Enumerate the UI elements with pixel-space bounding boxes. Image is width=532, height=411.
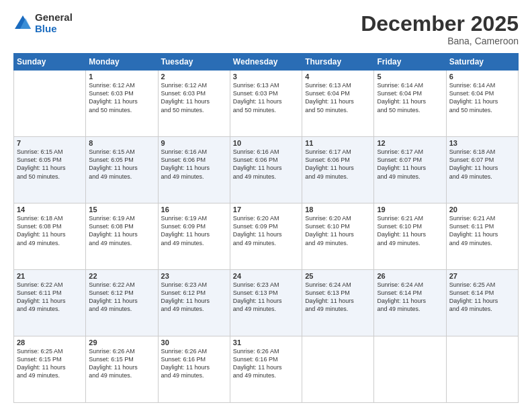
day-number: 25 bbox=[305, 272, 371, 280]
logo-general: General bbox=[35, 12, 73, 24]
day-number: 3 bbox=[233, 73, 299, 81]
cell-info: Sunrise: 6:22 AM Sunset: 6:12 PM Dayligh… bbox=[89, 281, 154, 314]
table-row: 25Sunrise: 6:24 AM Sunset: 6:13 PM Dayli… bbox=[302, 270, 374, 336]
table-row: 30Sunrise: 6:26 AM Sunset: 6:16 PM Dayli… bbox=[158, 336, 230, 403]
table-row: 19Sunrise: 6:21 AM Sunset: 6:10 PM Dayli… bbox=[374, 203, 446, 270]
day-number: 20 bbox=[449, 205, 515, 214]
day-number: 18 bbox=[305, 205, 371, 214]
table-row bbox=[374, 336, 446, 403]
table-row: 10Sunrise: 6:16 AM Sunset: 6:06 PM Dayli… bbox=[230, 137, 302, 203]
table-row: 23Sunrise: 6:23 AM Sunset: 6:12 PM Dayli… bbox=[158, 270, 230, 336]
calendar-week-row: 28Sunrise: 6:25 AM Sunset: 6:15 PM Dayli… bbox=[14, 336, 519, 403]
table-row: 24Sunrise: 6:23 AM Sunset: 6:13 PM Dayli… bbox=[230, 270, 302, 336]
day-number: 9 bbox=[161, 139, 227, 147]
day-number: 7 bbox=[17, 139, 83, 147]
header: General Blue December 2025 Bana, Cameroo… bbox=[13, 12, 519, 46]
col-tuesday: Tuesday bbox=[158, 54, 230, 71]
cell-info: Sunrise: 6:25 AM Sunset: 6:14 PM Dayligh… bbox=[449, 281, 515, 314]
day-number: 23 bbox=[161, 272, 227, 280]
location: Bana, Cameroon bbox=[361, 36, 519, 46]
day-number: 1 bbox=[89, 73, 154, 81]
logo: General Blue bbox=[13, 12, 73, 34]
table-row: 1Sunrise: 6:12 AM Sunset: 6:03 PM Daylig… bbox=[86, 71, 158, 137]
calendar-header-row: Sunday Monday Tuesday Wednesday Thursday… bbox=[14, 54, 519, 71]
day-number: 28 bbox=[17, 338, 83, 347]
day-number: 11 bbox=[305, 139, 371, 147]
cell-info: Sunrise: 6:19 AM Sunset: 6:08 PM Dayligh… bbox=[89, 214, 154, 247]
table-row: 4Sunrise: 6:13 AM Sunset: 6:04 PM Daylig… bbox=[302, 71, 374, 137]
col-thursday: Thursday bbox=[302, 54, 374, 71]
day-number: 5 bbox=[377, 73, 443, 81]
cell-info: Sunrise: 6:24 AM Sunset: 6:13 PM Dayligh… bbox=[305, 281, 371, 314]
calendar-week-row: 1Sunrise: 6:12 AM Sunset: 6:03 PM Daylig… bbox=[14, 71, 519, 137]
table-row bbox=[302, 336, 374, 403]
day-number: 24 bbox=[233, 272, 299, 280]
cell-info: Sunrise: 6:21 AM Sunset: 6:11 PM Dayligh… bbox=[449, 214, 515, 247]
day-number: 21 bbox=[17, 272, 83, 280]
day-number: 27 bbox=[449, 272, 515, 280]
day-number: 16 bbox=[161, 205, 227, 214]
cell-info: Sunrise: 6:24 AM Sunset: 6:14 PM Dayligh… bbox=[377, 281, 443, 314]
cell-info: Sunrise: 6:17 AM Sunset: 6:07 PM Dayligh… bbox=[377, 148, 443, 181]
cell-info: Sunrise: 6:14 AM Sunset: 6:04 PM Dayligh… bbox=[377, 81, 443, 114]
cell-info: Sunrise: 6:25 AM Sunset: 6:15 PM Dayligh… bbox=[17, 347, 83, 380]
table-row: 14Sunrise: 6:18 AM Sunset: 6:08 PM Dayli… bbox=[14, 203, 86, 270]
cell-info: Sunrise: 6:18 AM Sunset: 6:08 PM Dayligh… bbox=[17, 214, 83, 247]
col-sunday: Sunday bbox=[14, 54, 86, 71]
calendar-week-row: 14Sunrise: 6:18 AM Sunset: 6:08 PM Dayli… bbox=[14, 203, 519, 270]
col-wednesday: Wednesday bbox=[230, 54, 302, 71]
page: General Blue December 2025 Bana, Cameroo… bbox=[0, 0, 532, 411]
day-number: 31 bbox=[233, 338, 299, 347]
cell-info: Sunrise: 6:22 AM Sunset: 6:11 PM Dayligh… bbox=[17, 281, 83, 314]
table-row: 12Sunrise: 6:17 AM Sunset: 6:07 PM Dayli… bbox=[374, 137, 446, 203]
cell-info: Sunrise: 6:16 AM Sunset: 6:06 PM Dayligh… bbox=[233, 148, 299, 181]
day-number: 13 bbox=[449, 139, 515, 147]
day-number: 15 bbox=[89, 205, 154, 214]
table-row: 13Sunrise: 6:18 AM Sunset: 6:07 PM Dayli… bbox=[446, 137, 518, 203]
cell-info: Sunrise: 6:21 AM Sunset: 6:10 PM Dayligh… bbox=[377, 214, 443, 247]
table-row: 15Sunrise: 6:19 AM Sunset: 6:08 PM Dayli… bbox=[86, 203, 158, 270]
day-number: 26 bbox=[377, 272, 443, 280]
table-row: 31Sunrise: 6:26 AM Sunset: 6:16 PM Dayli… bbox=[230, 336, 302, 403]
table-row: 5Sunrise: 6:14 AM Sunset: 6:04 PM Daylig… bbox=[374, 71, 446, 137]
cell-info: Sunrise: 6:14 AM Sunset: 6:04 PM Dayligh… bbox=[449, 81, 515, 114]
cell-info: Sunrise: 6:15 AM Sunset: 6:05 PM Dayligh… bbox=[89, 148, 154, 181]
cell-info: Sunrise: 6:26 AM Sunset: 6:16 PM Dayligh… bbox=[233, 347, 299, 380]
table-row: 21Sunrise: 6:22 AM Sunset: 6:11 PM Dayli… bbox=[14, 270, 86, 336]
col-saturday: Saturday bbox=[446, 54, 518, 71]
table-row: 8Sunrise: 6:15 AM Sunset: 6:05 PM Daylig… bbox=[86, 137, 158, 203]
cell-info: Sunrise: 6:26 AM Sunset: 6:15 PM Dayligh… bbox=[89, 347, 154, 380]
month-title: December 2025 bbox=[361, 12, 519, 36]
table-row: 18Sunrise: 6:20 AM Sunset: 6:10 PM Dayli… bbox=[302, 203, 374, 270]
cell-info: Sunrise: 6:19 AM Sunset: 6:09 PM Dayligh… bbox=[161, 214, 227, 247]
day-number: 29 bbox=[89, 338, 154, 347]
day-number: 4 bbox=[305, 73, 371, 81]
cell-info: Sunrise: 6:13 AM Sunset: 6:04 PM Dayligh… bbox=[305, 81, 371, 114]
table-row: 20Sunrise: 6:21 AM Sunset: 6:11 PM Dayli… bbox=[446, 203, 518, 270]
table-row: 28Sunrise: 6:25 AM Sunset: 6:15 PM Dayli… bbox=[14, 336, 86, 403]
cell-info: Sunrise: 6:16 AM Sunset: 6:06 PM Dayligh… bbox=[161, 148, 227, 181]
day-number: 19 bbox=[377, 205, 443, 214]
day-number: 12 bbox=[377, 139, 443, 147]
day-number: 14 bbox=[17, 205, 83, 214]
cell-info: Sunrise: 6:18 AM Sunset: 6:07 PM Dayligh… bbox=[449, 148, 515, 181]
table-row: 9Sunrise: 6:16 AM Sunset: 6:06 PM Daylig… bbox=[158, 137, 230, 203]
table-row bbox=[14, 71, 86, 137]
day-number: 22 bbox=[89, 272, 154, 280]
title-block: December 2025 Bana, Cameroon bbox=[361, 12, 519, 46]
day-number: 2 bbox=[161, 73, 227, 81]
cell-info: Sunrise: 6:26 AM Sunset: 6:16 PM Dayligh… bbox=[161, 347, 227, 380]
table-row: 16Sunrise: 6:19 AM Sunset: 6:09 PM Dayli… bbox=[158, 203, 230, 270]
table-row: 6Sunrise: 6:14 AM Sunset: 6:04 PM Daylig… bbox=[446, 71, 518, 137]
table-row: 22Sunrise: 6:22 AM Sunset: 6:12 PM Dayli… bbox=[86, 270, 158, 336]
cell-info: Sunrise: 6:23 AM Sunset: 6:13 PM Dayligh… bbox=[233, 281, 299, 314]
cell-info: Sunrise: 6:12 AM Sunset: 6:03 PM Dayligh… bbox=[161, 81, 227, 114]
calendar-table: Sunday Monday Tuesday Wednesday Thursday… bbox=[13, 53, 519, 403]
col-monday: Monday bbox=[86, 54, 158, 71]
day-number: 6 bbox=[449, 73, 515, 81]
table-row bbox=[446, 336, 518, 403]
calendar-week-row: 7Sunrise: 6:15 AM Sunset: 6:05 PM Daylig… bbox=[14, 137, 519, 203]
cell-info: Sunrise: 6:15 AM Sunset: 6:05 PM Dayligh… bbox=[17, 148, 83, 181]
table-row: 3Sunrise: 6:13 AM Sunset: 6:03 PM Daylig… bbox=[230, 71, 302, 137]
logo-icon bbox=[13, 14, 32, 33]
